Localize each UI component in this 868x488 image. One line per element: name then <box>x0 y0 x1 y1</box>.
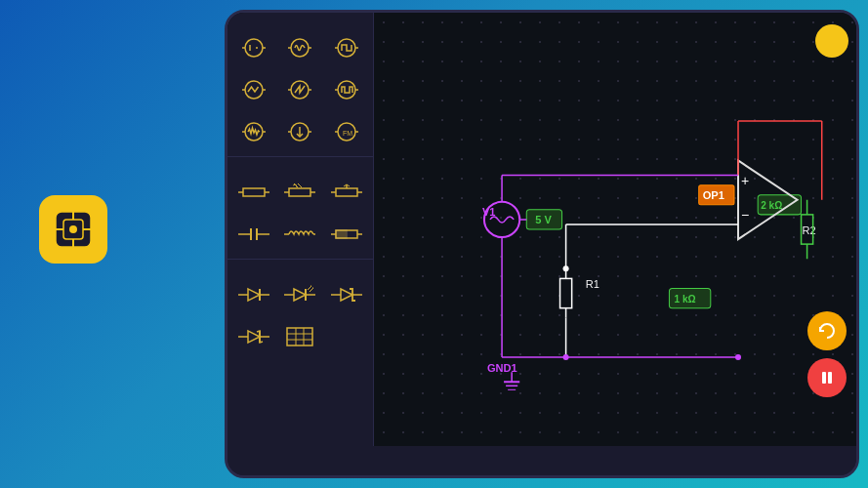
zener-component[interactable] <box>324 275 369 315</box>
noise-component[interactable] <box>231 112 276 152</box>
diodes-grid <box>227 271 373 361</box>
svg-point-122 <box>735 354 741 360</box>
sources-grid: FM <box>227 24 373 156</box>
dc-icon <box>236 33 271 62</box>
diode-component[interactable] <box>231 275 276 315</box>
section-diodes <box>227 259 373 271</box>
svg-rect-90 <box>560 278 572 307</box>
component-panel: FM <box>227 13 374 446</box>
action-buttons <box>807 311 847 397</box>
tablet: FM <box>225 10 859 478</box>
pulse-component[interactable] <box>324 70 369 110</box>
app-icon <box>39 195 107 264</box>
svg-rect-58 <box>336 230 347 238</box>
memristor-component[interactable] <box>324 215 369 255</box>
section-linear <box>227 156 373 169</box>
pause-button[interactable] <box>807 358 847 397</box>
led-matrix-icon <box>282 322 317 351</box>
zener-icon <box>329 280 364 309</box>
svg-marker-66 <box>294 289 306 301</box>
capacitor-component[interactable] <box>231 215 276 255</box>
square-component[interactable] <box>324 28 369 68</box>
svg-text:FM: FM <box>343 130 352 137</box>
ac-icon <box>282 33 317 62</box>
svg-text:R1: R1 <box>586 278 599 290</box>
capacitor-icon <box>236 220 271 249</box>
section-sources <box>227 13 373 24</box>
triangle-component[interactable] <box>231 70 276 110</box>
svg-rect-47 <box>336 188 357 196</box>
svg-point-12 <box>291 39 309 57</box>
minus-button[interactable] <box>815 24 848 58</box>
noise-icon <box>236 117 271 146</box>
dc-component[interactable] <box>231 28 276 68</box>
left-panel <box>29 0 244 488</box>
fm-icon: FM <box>329 117 364 146</box>
refresh-button[interactable] <box>807 311 847 350</box>
linear-grid <box>227 169 373 259</box>
svg-text:R2: R2 <box>803 224 816 236</box>
led-matrix-component[interactable] <box>278 317 323 357</box>
svg-point-123 <box>563 265 569 271</box>
photoresistor-component[interactable] <box>278 173 323 213</box>
ac-component[interactable] <box>278 28 323 68</box>
svg-text:OP1: OP1 <box>703 189 724 201</box>
svg-rect-124 <box>822 372 826 384</box>
svg-text:GND1: GND1 <box>487 362 517 374</box>
svg-line-45 <box>298 183 302 187</box>
svg-text:5 V: 5 V <box>535 214 552 225</box>
tablet-screen: FM <box>227 13 856 446</box>
square-icon <box>329 33 364 62</box>
triangle-icon <box>236 75 271 104</box>
svg-rect-79 <box>287 328 312 346</box>
pulse-icon <box>329 75 364 104</box>
sawtooth-component[interactable] <box>278 70 323 110</box>
svg-text:V1: V1 <box>482 206 496 218</box>
memristor-icon <box>329 220 364 249</box>
current-source-icon <box>282 117 317 146</box>
resistor-component[interactable] <box>231 173 276 213</box>
svg-marker-77 <box>248 331 260 343</box>
svg-rect-125 <box>828 372 832 384</box>
resistor-icon <box>236 178 271 207</box>
diode-icon <box>236 280 271 309</box>
svg-text:2 kΩ: 2 kΩ <box>761 200 782 211</box>
circuit-canvas: V1 5 V R1 1 kΩ OP1 2 kΩ <box>374 13 856 446</box>
svg-point-7 <box>245 39 263 57</box>
svg-text:+: + <box>741 173 749 188</box>
fm-component[interactable]: FM <box>324 112 369 152</box>
svg-point-6 <box>69 225 77 233</box>
current-source-component[interactable] <box>278 112 323 152</box>
sawtooth-icon <box>282 75 317 104</box>
photoresistor-icon <box>282 178 317 207</box>
schottky-component[interactable] <box>231 317 276 357</box>
svg-rect-39 <box>243 188 265 196</box>
svg-text:1 kΩ: 1 kΩ <box>674 294 695 305</box>
inductor-component[interactable] <box>278 215 323 255</box>
potentiometer-component[interactable] <box>324 173 369 213</box>
svg-line-70 <box>310 288 313 292</box>
tablet-bottom-bar <box>227 446 856 475</box>
schottky-icon <box>236 322 271 351</box>
svg-rect-42 <box>289 188 310 196</box>
inductor-icon <box>282 220 317 249</box>
led-component[interactable] <box>278 275 323 315</box>
potentiometer-icon <box>329 178 364 207</box>
svg-marker-62 <box>248 289 260 301</box>
led-icon <box>282 280 317 309</box>
svg-line-68 <box>308 286 311 290</box>
svg-point-121 <box>563 354 569 360</box>
svg-marker-74 <box>341 289 352 301</box>
svg-text:−: − <box>741 207 749 223</box>
